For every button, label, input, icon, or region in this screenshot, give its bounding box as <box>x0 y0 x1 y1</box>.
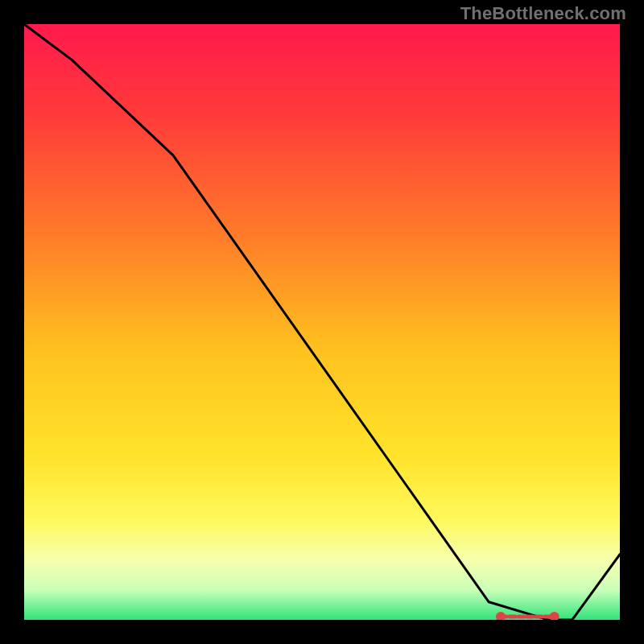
gradient-background <box>24 24 620 620</box>
plot-area <box>24 24 620 620</box>
chart-svg <box>24 24 620 620</box>
watermark-text: TheBottleneck.com <box>460 3 626 24</box>
chart-frame: TheBottleneck.com <box>0 0 644 644</box>
